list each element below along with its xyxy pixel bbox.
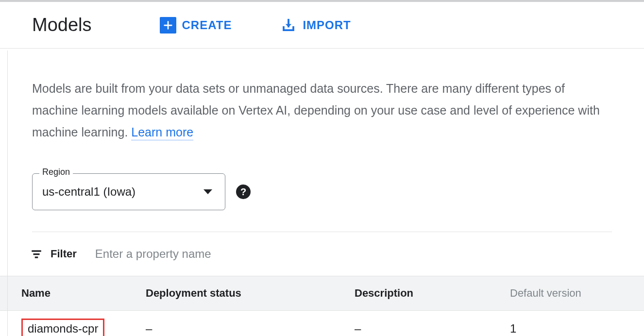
region-row: Region us-central1 (Iowa) ? (32, 173, 612, 210)
model-default-version: 1 (510, 311, 644, 336)
svg-rect-1 (34, 253, 40, 255)
model-deployment-status: – (146, 311, 355, 336)
page-header: Models CREATE IMPORT (0, 2, 644, 49)
col-name[interactable]: Name (0, 276, 146, 311)
svg-rect-2 (35, 256, 38, 258)
create-button-label: CREATE (182, 18, 232, 32)
models-page: Models CREATE IMPORT Models are built fr (0, 0, 644, 336)
region-select[interactable]: Region us-central1 (Iowa) (32, 173, 225, 210)
filter-bar: Filter (32, 232, 612, 276)
table-row[interactable]: diamonds-cpr – – 1 (0, 311, 644, 336)
chevron-down-icon (203, 189, 212, 194)
col-description[interactable]: Description (355, 276, 510, 311)
table-header-row: Name Deployment status Description Defau… (0, 276, 644, 311)
learn-more-link[interactable]: Learn more (131, 125, 193, 140)
col-deployment-status[interactable]: Deployment status (146, 276, 355, 311)
filter-icon (30, 248, 43, 260)
col-default-version[interactable]: Default version (510, 276, 644, 311)
filter-label: Filter (51, 248, 77, 260)
description-body: Models are built from your data sets or … (32, 82, 600, 139)
import-button-label: IMPORT (303, 18, 351, 32)
main-content: Models are built from your data sets or … (0, 49, 644, 336)
models-table: Name Deployment status Description Defau… (0, 276, 644, 336)
region-label: Region (39, 167, 73, 177)
import-icon (280, 17, 297, 34)
import-button[interactable]: IMPORT (275, 13, 356, 37)
description-text: Models are built from your data sets or … (32, 78, 605, 143)
help-icon[interactable]: ? (236, 185, 251, 199)
model-name-link[interactable]: diamonds-cpr (21, 319, 104, 336)
model-description: – (355, 311, 510, 336)
svg-rect-0 (32, 250, 41, 252)
page-title: Models (32, 15, 92, 35)
filter-input[interactable] (94, 247, 337, 261)
create-button[interactable]: CREATE (155, 13, 237, 37)
plus-icon (160, 17, 176, 34)
region-value: us-central1 (Iowa) (42, 185, 203, 199)
